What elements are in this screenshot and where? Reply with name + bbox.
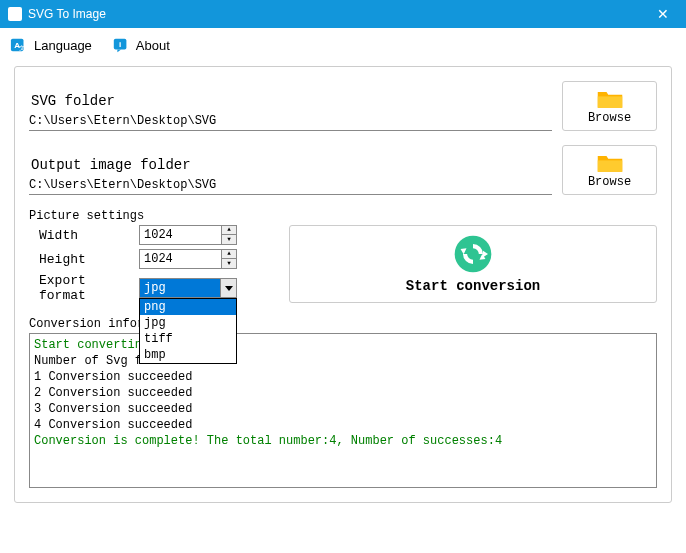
- height-spinner[interactable]: ▲ ▼: [139, 249, 237, 269]
- folder-icon: [596, 152, 624, 174]
- menu-about[interactable]: i About: [112, 36, 170, 54]
- start-conversion-button[interactable]: Start conversion: [289, 225, 657, 303]
- browse-label: Browse: [588, 111, 631, 125]
- menu-about-label: About: [136, 38, 170, 53]
- height-up[interactable]: ▲: [222, 250, 236, 259]
- export-format-dropdown: pngjpgtiffbmp: [139, 298, 237, 364]
- export-format-option[interactable]: bmp: [140, 347, 236, 363]
- picture-settings-label: Picture settings: [29, 209, 657, 223]
- log-line: 1 Conversion succeeded: [34, 369, 652, 385]
- height-input[interactable]: [139, 249, 222, 269]
- height-down[interactable]: ▼: [222, 259, 236, 268]
- output-folder-browse-button[interactable]: Browse: [562, 145, 657, 195]
- main-panel: SVG folder Browse Output image folder: [14, 66, 672, 503]
- log-line: Number of Svg files: 4: [34, 353, 652, 369]
- log-line: Start converting...: [34, 337, 652, 353]
- svg-folder-label: SVG folder: [29, 93, 552, 109]
- log-line: 3 Conversion succeeded: [34, 401, 652, 417]
- output-folder-input[interactable]: [29, 176, 552, 195]
- conversion-log: Start converting...Number of Svg files: …: [29, 333, 657, 488]
- svg-folder-browse-button[interactable]: Browse: [562, 81, 657, 131]
- output-folder-label: Output image folder: [29, 157, 552, 173]
- close-button[interactable]: ✕: [648, 6, 678, 22]
- svg-text:文: 文: [19, 44, 25, 51]
- width-label: Width: [29, 228, 139, 243]
- export-format-option[interactable]: tiff: [140, 331, 236, 347]
- height-label: Height: [29, 252, 139, 267]
- refresh-icon: [453, 234, 493, 274]
- about-icon: i: [112, 36, 130, 54]
- svg-text:i: i: [119, 40, 121, 49]
- log-line: 4 Conversion succeeded: [34, 417, 652, 433]
- width-input[interactable]: [139, 225, 222, 245]
- width-up[interactable]: ▲: [222, 226, 236, 235]
- svg-folder-input[interactable]: [29, 112, 552, 131]
- conversion-info-label: Conversion information: [29, 317, 657, 331]
- log-line: Conversion is complete! The total number…: [34, 433, 652, 449]
- start-conversion-label: Start conversion: [406, 278, 540, 294]
- language-icon: A 文: [10, 36, 28, 54]
- window-title: SVG To Image: [28, 7, 648, 21]
- width-down[interactable]: ▼: [222, 235, 236, 244]
- export-format-option[interactable]: png: [140, 299, 236, 315]
- log-line: 2 Conversion succeeded: [34, 385, 652, 401]
- browse-label: Browse: [588, 175, 631, 189]
- export-format-option[interactable]: jpg: [140, 315, 236, 331]
- menu-language-label: Language: [34, 38, 92, 53]
- width-spinner[interactable]: ▲ ▼: [139, 225, 237, 245]
- export-format-value[interactable]: [140, 279, 220, 297]
- chevron-down-icon[interactable]: [220, 279, 236, 297]
- titlebar: SVG To Image ✕: [0, 0, 686, 28]
- menubar: A 文 Language i About: [0, 28, 686, 62]
- menu-language[interactable]: A 文 Language: [10, 36, 92, 54]
- export-format-label: Export format: [29, 273, 139, 303]
- export-format-combo[interactable]: pngjpgtiffbmp: [139, 278, 237, 298]
- folder-icon: [596, 88, 624, 110]
- app-icon: [8, 7, 22, 21]
